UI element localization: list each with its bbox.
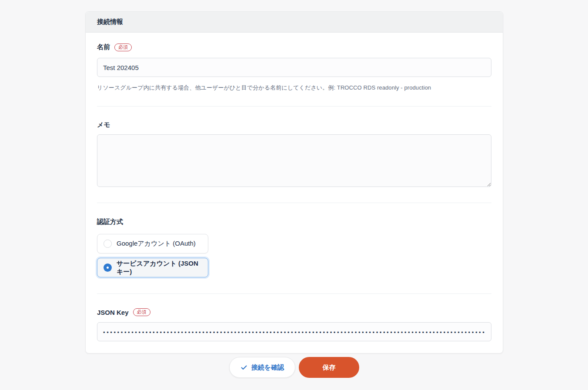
auth-label-row: 認証方式	[97, 218, 491, 226]
name-required-badge: 必須	[114, 43, 132, 51]
name-help-text: リソースグループ内に共有する場合、他ユーザーがひと目で分かる名前にしてください。…	[97, 84, 491, 92]
auth-option-label: サービスアカウント (JSONキー)	[117, 260, 202, 276]
auth-option-label: Googleアカウント (OAuth)	[117, 240, 196, 248]
memo-label: メモ	[97, 121, 110, 129]
card-body: 名前 必須 リソースグループ内に共有する場合、他ユーザーがひと目で分かる名前にし…	[86, 33, 503, 353]
json-key-masked-value: ••••••••••••••••••••••••••••••••••••••••…	[103, 329, 485, 336]
memo-label-row: メモ	[97, 121, 491, 129]
auth-option-service-account[interactable]: サービスアカウント (JSONキー)	[97, 258, 208, 277]
checkmark-icon	[241, 364, 247, 371]
json-key-required-badge: 必須	[133, 308, 150, 316]
radio-selected-icon	[104, 263, 112, 272]
save-label: 保存	[323, 363, 336, 372]
save-button[interactable]: 保存	[299, 357, 359, 378]
card-header: 接続情報	[86, 12, 503, 33]
memo-section: メモ	[97, 107, 491, 203]
form-actions: 接続を確認 保存	[85, 357, 503, 378]
connection-info-card: 接続情報 名前 必須 リソースグループ内に共有する場合、他ユーザーがひと目で分か…	[85, 11, 503, 353]
check-connection-label: 接続を確認	[251, 363, 284, 372]
json-key-label: JSON Key	[97, 309, 129, 316]
name-input[interactable]	[97, 58, 491, 77]
memo-textarea[interactable]	[97, 134, 491, 187]
name-section: 名前 必須 リソースグループ内に共有する場合、他ユーザーがひと目で分かる名前にし…	[97, 33, 491, 107]
name-label-row: 名前 必須	[97, 43, 491, 51]
card-title: 接続情報	[97, 18, 123, 26]
json-key-input[interactable]: ••••••••••••••••••••••••••••••••••••••••…	[97, 322, 491, 341]
json-key-section: JSON Key 必須 ••••••••••••••••••••••••••••…	[97, 294, 491, 353]
json-key-label-row: JSON Key 必須	[97, 308, 491, 316]
auth-method-section: 認証方式 Googleアカウント (OAuth) サービスアカウント (JSON…	[97, 203, 491, 294]
name-label: 名前	[97, 43, 110, 51]
auth-option-google-oauth[interactable]: Googleアカウント (OAuth)	[97, 234, 208, 253]
auth-method-label: 認証方式	[97, 218, 123, 226]
radio-unselected-icon	[104, 240, 112, 248]
check-connection-button[interactable]: 接続を確認	[229, 357, 295, 378]
